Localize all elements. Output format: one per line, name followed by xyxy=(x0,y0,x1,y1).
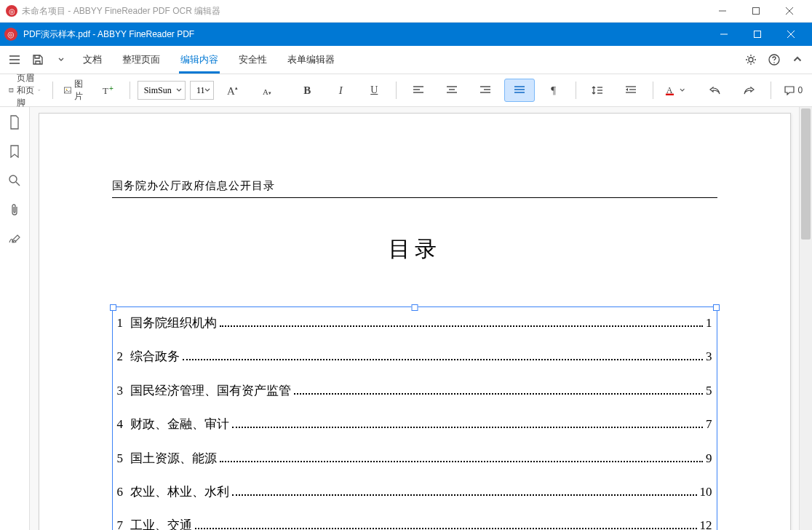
toc-label: 国务院组织机构 xyxy=(130,316,217,331)
paragraph-button[interactable]: ¶ xyxy=(539,79,568,101)
decrease-font-button[interactable]: A▾ xyxy=(252,79,281,101)
save-dropdown-icon[interactable] xyxy=(51,50,71,70)
selection-handle[interactable] xyxy=(411,304,418,311)
minimize-button[interactable] xyxy=(707,23,741,45)
menubar: 文档 整理页面 编辑内容 安全性 表单编辑器 xyxy=(0,46,812,74)
header-footer-label: 页眉和页脚 xyxy=(17,72,36,109)
image-button[interactable]: 图片 xyxy=(60,79,89,101)
menu-organize[interactable]: 整理页面 xyxy=(114,46,169,74)
bold-button[interactable]: B xyxy=(292,79,322,101)
selection-handle[interactable] xyxy=(110,304,116,311)
toc-page: 9 xyxy=(706,451,712,466)
align-justify-button[interactable] xyxy=(504,79,535,102)
menu-file[interactable]: 文档 xyxy=(74,46,111,74)
attachments-icon[interactable] xyxy=(7,202,23,218)
document-area[interactable]: 国务院办公厅政府信息公开目录 目录 1国务院组织机构12综合政务33国民经济管理… xyxy=(30,107,799,530)
toolbar: 页眉和页脚 图片 T+ SimSun 11 A▴ A▾ B xyxy=(0,74,812,107)
toc-label: 工业、交通 xyxy=(130,518,192,530)
italic-button[interactable]: I xyxy=(326,79,355,101)
toc-leader xyxy=(294,392,704,395)
comments-count: 0 xyxy=(798,85,803,95)
close-button[interactable] xyxy=(773,0,806,22)
svg-point-13 xyxy=(773,62,775,63)
toc-page: 10 xyxy=(700,485,712,499)
maximize-button[interactable] xyxy=(739,0,773,22)
signature-icon[interactable] xyxy=(7,231,23,247)
hamburger-icon[interactable] xyxy=(4,50,25,70)
collapse-ribbon-icon[interactable] xyxy=(787,50,808,70)
toc-label: 财政、金融、审计 xyxy=(130,417,229,432)
toc-page: 7 xyxy=(706,417,712,432)
outer-titlebar: ◎ 未命名项目 - ABBYY FineReader PDF OCR 编辑器 xyxy=(0,0,812,23)
align-left-button[interactable] xyxy=(404,79,433,101)
align-center-button[interactable] xyxy=(437,79,466,101)
app-icon: ◎ xyxy=(4,28,17,41)
redo-button[interactable] xyxy=(734,79,763,101)
header-rule xyxy=(112,197,717,198)
svg-rect-44 xyxy=(666,94,674,95)
font-size-value: 11 xyxy=(196,85,205,96)
line-spacing-button[interactable] xyxy=(583,79,612,101)
document-header: 国务院办公厅政府信息公开目录 xyxy=(112,179,717,193)
font-color-button[interactable]: A xyxy=(661,79,690,101)
toc-row[interactable]: 1国务院组织机构1 xyxy=(117,316,712,331)
svg-text:+: + xyxy=(109,84,114,92)
maximize-button[interactable] xyxy=(741,23,774,45)
toc-row[interactable]: 6农业、林业、水利10 xyxy=(117,485,712,499)
toc-number: 5 xyxy=(117,451,130,466)
search-icon[interactable] xyxy=(7,173,23,189)
vertical-scrollbar[interactable] xyxy=(799,107,812,530)
svg-rect-17 xyxy=(65,87,71,93)
toc-leader xyxy=(183,358,704,360)
header-footer-button[interactable]: 页眉和页脚 xyxy=(4,79,45,101)
toc-row[interactable]: 2综合政务3 xyxy=(117,349,712,364)
align-right-button[interactable] xyxy=(471,79,500,101)
undo-button[interactable] xyxy=(701,79,730,101)
toc-leader xyxy=(220,325,704,327)
svg-text:T: T xyxy=(103,85,108,96)
page: 国务院办公厅政府信息公开目录 目录 1国务院组织机构12综合政务33国民经济管理… xyxy=(39,113,791,530)
toc-label: 国土资源、能源 xyxy=(130,451,217,466)
svg-text:A: A xyxy=(666,85,673,95)
inner-window-title: PDF演示样本.pdf - ABBYY FineReader PDF xyxy=(23,28,194,41)
toc-number: 6 xyxy=(117,485,130,499)
scrollbar-thumb[interactable] xyxy=(801,108,811,240)
toc-row[interactable]: 5国土资源、能源9 xyxy=(117,451,712,466)
svg-text:▴: ▴ xyxy=(235,85,238,90)
minimize-button[interactable] xyxy=(706,0,739,22)
toc-number: 7 xyxy=(117,518,130,530)
help-icon[interactable] xyxy=(764,50,784,70)
toc-label: 农业、林业、水利 xyxy=(130,485,229,499)
toc-leader xyxy=(195,527,697,529)
menu-edit[interactable]: 编辑内容 xyxy=(172,46,227,74)
toc-number: 4 xyxy=(117,417,130,432)
toc-row[interactable]: 7工业、交通12 xyxy=(117,518,712,530)
svg-rect-1 xyxy=(753,8,760,15)
bookmarks-icon[interactable] xyxy=(7,143,23,159)
decrease-indent-button[interactable] xyxy=(616,79,645,101)
pages-icon[interactable] xyxy=(7,114,23,130)
menu-security[interactable]: 安全性 xyxy=(230,46,276,74)
svg-text:A: A xyxy=(263,87,268,96)
font-family-select[interactable]: SimSun xyxy=(138,81,186,100)
comments-button[interactable]: 0 xyxy=(779,79,808,101)
toc-row[interactable]: 3国民经济管理、国有资产监管5 xyxy=(117,384,712,398)
font-size-select[interactable]: 11 xyxy=(190,81,215,100)
menu-form[interactable]: 表单编辑器 xyxy=(279,46,343,74)
add-text-button[interactable]: T+ xyxy=(93,79,122,101)
svg-point-45 xyxy=(9,175,17,183)
toc-page: 5 xyxy=(706,384,712,398)
underline-button[interactable]: U xyxy=(359,79,389,101)
left-panel xyxy=(0,107,30,530)
save-icon[interactable] xyxy=(28,50,48,70)
selection-handle[interactable] xyxy=(713,304,720,311)
settings-icon[interactable] xyxy=(741,50,761,70)
document-title: 目录 xyxy=(112,234,717,264)
toc-page: 1 xyxy=(706,316,712,331)
close-button[interactable] xyxy=(774,23,808,45)
toc-row[interactable]: 4财政、金融、审计7 xyxy=(117,417,712,432)
increase-font-button[interactable]: A▴ xyxy=(218,79,247,101)
toc-number: 3 xyxy=(117,384,130,398)
svg-point-18 xyxy=(66,89,68,90)
toc-selection[interactable]: 1国务院组织机构12综合政务33国民经济管理、国有资产监管54财政、金融、审计7… xyxy=(112,306,717,530)
